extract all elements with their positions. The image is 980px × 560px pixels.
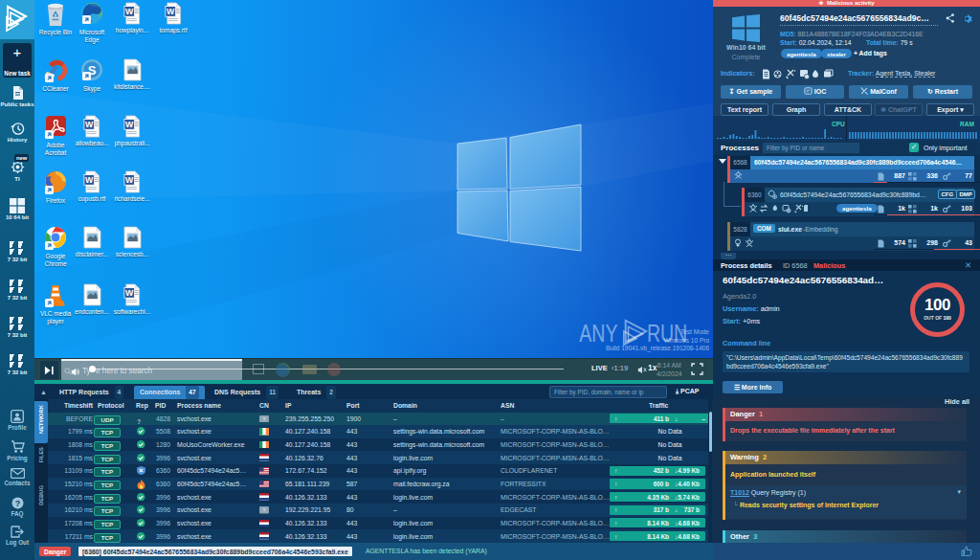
svg-text:W: W xyxy=(85,120,94,129)
svg-text:W: W xyxy=(125,288,134,298)
svg-text:W: W xyxy=(85,175,94,185)
svg-text:?: ? xyxy=(14,499,20,508)
svg-text:W: W xyxy=(125,120,134,129)
svg-text:W: W xyxy=(125,7,134,16)
svg-text:W: W xyxy=(167,7,175,16)
svg-text:W: W xyxy=(125,175,134,185)
